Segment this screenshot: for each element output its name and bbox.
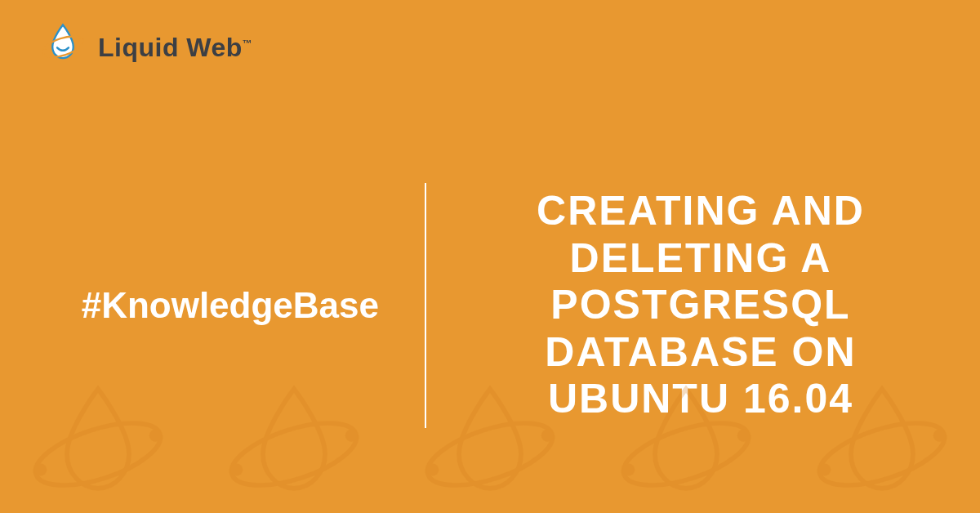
title-block: CREATING AND DELETING A POSTGRESQL DATAB… — [426, 188, 947, 423]
hashtag-block: #KnowledgeBase — [33, 285, 425, 326]
liquidweb-logo-icon — [39, 22, 87, 73]
knowledgebase-hashtag: #KnowledgeBase — [33, 285, 379, 326]
hero-content: #KnowledgeBase CREATING AND DELETING A P… — [0, 147, 980, 513]
brand-logo: Liquid Web™ — [39, 23, 252, 72]
svg-point-1 — [42, 49, 47, 54]
brand-name: Liquid Web™ — [98, 33, 252, 63]
article-title: CREATING AND DELETING A POSTGRESQL DATAB… — [472, 188, 929, 423]
svg-point-2 — [78, 38, 83, 43]
